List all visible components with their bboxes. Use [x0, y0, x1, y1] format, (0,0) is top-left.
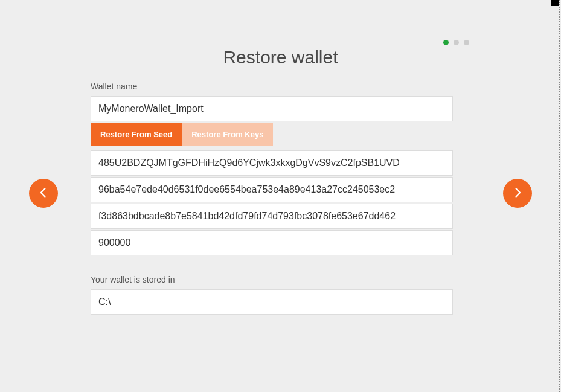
wizard-steps	[443, 40, 469, 45]
wallet-name-label: Wallet name	[91, 82, 453, 91]
tab-restore-from-keys[interactable]: Restore From Keys	[182, 123, 273, 146]
next-button[interactable]	[503, 179, 532, 208]
tab-restore-from-seed[interactable]: Restore From Seed	[91, 123, 182, 146]
wizard-step-1-dot	[443, 40, 449, 45]
restore-height-input[interactable]	[91, 230, 453, 255]
top-right-accent	[551, 0, 559, 6]
chevron-left-icon	[37, 187, 50, 201]
restore-form: Wallet name Restore From Seed Restore Fr…	[91, 82, 453, 316]
wizard-step-2-dot	[454, 40, 459, 45]
spend-key-input[interactable]	[91, 204, 453, 229]
restore-fields	[91, 150, 453, 257]
view-key-input[interactable]	[91, 177, 453, 202]
restore-mode-tabs: Restore From Seed Restore From Keys	[91, 123, 453, 146]
prev-button[interactable]	[29, 179, 58, 208]
wizard-step-3-dot	[464, 40, 469, 45]
chevron-right-icon	[511, 187, 524, 201]
storage-path-input[interactable]	[91, 289, 453, 315]
page-title: Restore wallet	[0, 47, 561, 68]
address-input[interactable]	[91, 150, 453, 176]
storage-label: Your wallet is stored in	[91, 275, 453, 284]
wallet-name-input[interactable]	[91, 96, 453, 121]
